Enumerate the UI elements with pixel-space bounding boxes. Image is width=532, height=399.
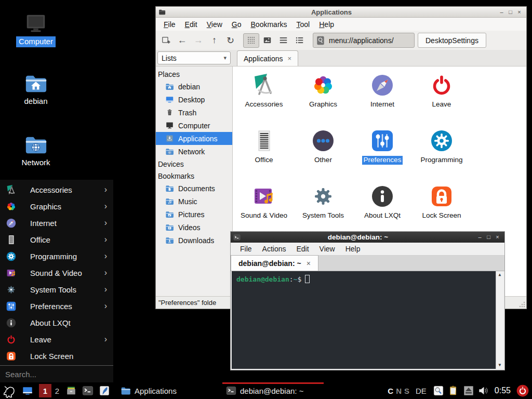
scroll-down-icon[interactable]: ▼ (499, 362, 501, 369)
sidebar-item-computer[interactable]: Computer (156, 119, 232, 132)
sidebar-item-documents[interactable]: Documents (156, 182, 232, 195)
maximize-button[interactable]: □ (484, 232, 493, 243)
terminal-titlebar[interactable]: debian@debian: ~ – □ × (231, 232, 504, 243)
terminal-scrollbar[interactable]: ▲ ▼ (496, 271, 503, 369)
menu-item-lock-screen[interactable]: Lock Screen (0, 348, 113, 364)
menu-go[interactable]: Go (227, 20, 246, 29)
task-button-terminal[interactable]: debian@debian: ~ (222, 382, 324, 399)
detailed-view-button[interactable] (291, 33, 308, 48)
new-tab-button[interactable] (158, 33, 174, 48)
quicklaunch-terminal[interactable] (82, 385, 94, 396)
tab-close-icon[interactable]: × (288, 55, 292, 62)
minimize-button[interactable]: – (475, 232, 484, 243)
show-desktop-button[interactable] (22, 385, 33, 396)
workspace-2-button[interactable]: 2 (51, 387, 63, 395)
menu-bookmarks[interactable]: Bookmarks (246, 20, 292, 29)
resize-grip[interactable] (519, 301, 525, 308)
folder-office[interactable]: Office (234, 128, 294, 184)
taskbar: 1 2 Applications debian@debian: ~ C N S … (0, 382, 532, 399)
up-button[interactable]: ↑ (206, 33, 222, 48)
maximize-button[interactable]: □ (506, 7, 515, 18)
folder-leave[interactable]: Leave (412, 73, 471, 128)
reload-button[interactable]: ↻ (222, 33, 238, 48)
sidebar-item-label: Applications (178, 135, 218, 143)
menu-file[interactable]: File (159, 20, 180, 29)
menu-tool[interactable]: Tool (292, 20, 315, 29)
leave-button[interactable] (516, 384, 529, 397)
tab-close-icon[interactable]: × (307, 259, 311, 268)
folder-graphics[interactable]: Graphics (294, 73, 353, 128)
menu-item-graphics[interactable]: Graphics› (0, 198, 113, 215)
sidebar-item-network[interactable]: Network (156, 145, 232, 158)
folder-other[interactable]: Other (294, 128, 353, 184)
terminal-output[interactable]: debian@debian:~$ ▲ ▼ (232, 271, 503, 369)
task-button-applications[interactable]: Applications (117, 382, 218, 399)
icon-view-button[interactable] (243, 33, 259, 48)
quicklaunch-file-manager[interactable] (65, 385, 77, 396)
menu-item-sound-video[interactable]: Sound & Video› (0, 264, 113, 281)
menu-item-preferences[interactable]: Preferences› (0, 298, 113, 314)
quicklaunch-featherpad[interactable] (99, 385, 110, 396)
tab-applications[interactable]: Applications × (237, 50, 298, 66)
desktop-icon-computer[interactable]: Computer (13, 11, 59, 47)
menu-view[interactable]: View (202, 20, 227, 29)
sidepanel-mode-select[interactable]: Lists ▾ (157, 51, 231, 64)
menu-item-about-lxqt[interactable]: About LXQt (0, 314, 113, 331)
scroll-up-icon[interactable]: ▲ (499, 271, 501, 278)
workspace-1-button[interactable]: 1 (39, 384, 51, 397)
menu-help[interactable]: Help (314, 20, 339, 29)
menu-search-input[interactable] (5, 370, 104, 379)
desktop-icon-debian[interactable]: debian (13, 71, 59, 107)
menu-edit[interactable]: Edit (180, 20, 202, 29)
back-button[interactable]: ← (174, 33, 190, 48)
computer-icon (165, 121, 174, 130)
menu-item-system-tools[interactable]: System Tools› (0, 281, 113, 298)
terminal-tab[interactable]: debian@debian: ~ × (231, 255, 318, 271)
close-button[interactable]: × (515, 7, 524, 18)
path-bar[interactable]: menu://applications/ (313, 33, 415, 48)
menu-item-programming[interactable]: Programming› (0, 248, 113, 264)
close-button[interactable]: × (493, 232, 502, 243)
fm-titlebar[interactable]: Applications – □ × (156, 7, 526, 18)
folder-programming[interactable]: Programming (412, 128, 471, 184)
sidebar-item-music[interactable]: Music (156, 195, 232, 208)
thumbnail-view-button[interactable] (259, 33, 275, 48)
folder-accessories[interactable]: Accessories (234, 73, 294, 128)
menu-help[interactable]: Help (340, 245, 366, 253)
menu-item-internet[interactable]: Internet› (0, 215, 113, 231)
tray-screenshot[interactable] (433, 385, 444, 396)
menu-item-office[interactable]: Office› (0, 231, 113, 248)
keyboard-layout[interactable]: DE (416, 387, 427, 395)
fm-tabbar: Applications × (233, 50, 526, 66)
folder-label: System Tools (301, 211, 345, 220)
desktop-icon-network[interactable]: Network (13, 132, 59, 168)
forward-button[interactable]: → (190, 33, 206, 48)
sidebar-item-trash[interactable]: Trash (156, 106, 232, 119)
sidebar-item-desktop[interactable]: Desktop (156, 93, 232, 106)
desktop-settings-button[interactable]: DesktopSettings (418, 33, 486, 48)
sidebar-item-debian[interactable]: debian (156, 80, 232, 93)
sidebar-item-label: Videos (178, 223, 201, 232)
sidebar-item-applications[interactable]: Applications (156, 132, 232, 145)
menu-file[interactable]: File (235, 245, 257, 253)
sidebar-item-pictures[interactable]: Pictures (156, 208, 232, 221)
fm-sidebar: Places debian Desktop Trash Computer App… (156, 66, 233, 296)
pictures-folder-icon (165, 210, 174, 219)
menu-item-accessories[interactable]: Accessories› (0, 181, 113, 198)
menu-view[interactable]: View (314, 245, 340, 253)
sidebar-item-videos[interactable]: Videos (156, 221, 232, 234)
compact-view-button[interactable] (275, 33, 291, 48)
folder-preferences[interactable]: Preferences (353, 128, 412, 184)
tray-clipboard[interactable] (448, 385, 459, 396)
menu-edit[interactable]: Edit (291, 245, 314, 253)
tray-volume[interactable] (478, 385, 489, 396)
menu-item-label: System Tools (30, 285, 104, 294)
folder-internet[interactable]: Internet (353, 73, 412, 128)
minimize-button[interactable]: – (497, 7, 506, 18)
start-menu-button[interactable] (3, 384, 17, 398)
sidebar-item-downloads[interactable]: Downloads (156, 234, 232, 247)
menu-item-leave[interactable]: Leave› (0, 331, 113, 348)
tray-removable-media[interactable] (463, 385, 474, 396)
clock[interactable]: 0:55 (495, 386, 511, 395)
menu-actions[interactable]: Actions (257, 245, 291, 253)
